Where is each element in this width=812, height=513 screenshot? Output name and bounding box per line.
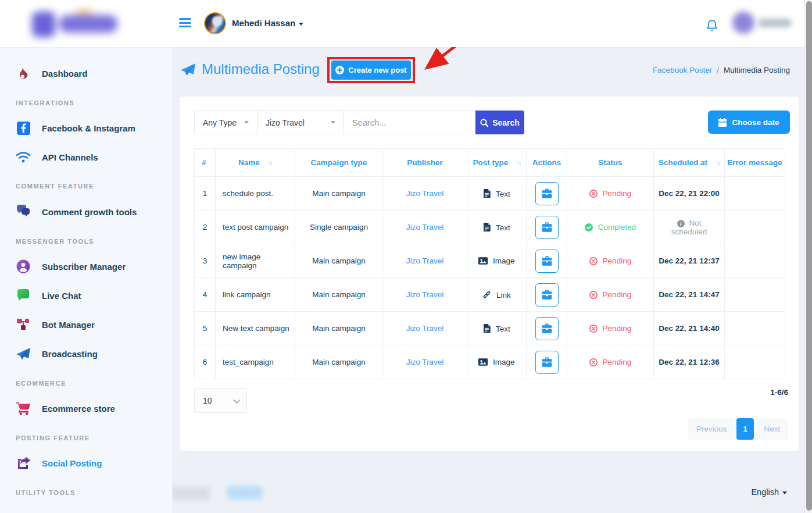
cell-publisher: Jizo Travel [383,177,467,211]
publisher-link[interactable]: Jizo Travel [406,189,444,198]
cell-actions [527,244,567,278]
table-column-header[interactable]: Publisher↑↓ [383,149,467,177]
cell-name: link campaign [216,278,295,312]
publisher-link[interactable]: Jizo Travel [406,223,444,231]
table-column-header[interactable]: #↑↓ [195,149,216,177]
publisher-link[interactable]: Jizo Travel [406,256,444,265]
user-avatar[interactable] [204,12,226,34]
sidebar-item-live-chat[interactable]: Live Chat [0,285,172,306]
pagination-range: 1-6/6 [770,388,788,397]
breadcrumb-facebook-poster[interactable]: Facebook Poster [653,66,712,74]
share-square-icon [16,455,31,471]
menu-toggle-icon[interactable] [179,18,191,28]
sidebar-item-social-posting[interactable]: Social Posting [0,453,172,473]
cell-actions [527,278,567,312]
image-icon [478,257,488,265]
sidebar-item-broadcasting[interactable]: Broadcasting [0,343,172,364]
table-body: 1 schedule post. Main campaign Jizo Trav… [195,177,785,379]
briefcase-icon [542,323,552,333]
sidebar-section-integrations: INTEGRATIONS [16,99,75,108]
facebook-icon [16,120,31,136]
table-column-header[interactable]: Error message↑↓ [725,149,785,177]
sidebar-item-dashboard[interactable]: Dashboard [0,63,172,84]
user-circle-icon [16,259,31,274]
table-row: 2 text post campaign Single campaign Jiz… [195,211,785,244]
briefcase-icon [542,188,552,198]
cell-campaign-type: Main campaign [295,312,383,345]
user-chip-blurred[interactable] [724,5,795,42]
times-circle-icon [589,190,598,198]
cell-name: test_campaign [216,345,295,379]
page-title: Multimedia Posting [180,61,320,77]
cell-campaign-type: Main campaign [295,345,383,379]
campaign-actions-button[interactable] [535,250,559,273]
table-column-header[interactable]: Campaign type↑↓ [295,149,383,177]
sort-icon[interactable]: ↑↓ [516,159,520,166]
table-row: 6 test_campaign Main campaign Jizo Trave… [195,345,785,379]
campaign-actions-button[interactable] [535,351,559,374]
sidebar-item-ecommerce-store[interactable]: Ecommerce store [0,398,172,419]
cell-status: Pending [567,345,654,379]
cell-publisher: Jizo Travel [383,278,467,312]
previous-page-button[interactable]: Previous [688,418,735,440]
sidebar-item-comment-growth-tools[interactable]: Comment growth tools [0,201,172,222]
language-dropdown[interactable]: English [751,487,787,497]
sidebar-item-bot-manager[interactable]: Bot Manager [0,314,172,335]
sidebar-item-partial[interactable] [0,506,172,513]
content-card: Any Type Jizo Travel Search Choose date [180,97,799,451]
table-column-header[interactable]: Post type↑↓ [467,149,527,177]
search-button[interactable]: Search [475,111,524,134]
cell-post-type: Text [467,177,527,211]
next-page-button[interactable]: Next [756,418,788,440]
top-navbar: Mehedi Hassan [0,0,812,47]
image-icon [478,358,488,366]
current-page-button[interactable]: 1 [736,418,754,440]
cell-actions [527,345,567,379]
cell-error-message [725,244,785,278]
cell-status: Pending [567,244,654,278]
cell-name: text post campaign [216,211,295,244]
breadcrumb-current: Multimedia Posting [724,66,790,74]
cell-publisher: Jizo Travel [383,211,467,244]
cell-post-type: Image [467,244,527,278]
publisher-link[interactable]: Jizo Travel [406,290,444,299]
comments-icon [16,204,31,219]
sidebar-item-api-channels[interactable]: API Channels [0,147,172,168]
check-circle-icon [585,223,593,231]
campaign-actions-button[interactable] [535,283,559,307]
footer-blurred-text [171,486,210,500]
post-type-filter-select[interactable]: Any Type [194,111,257,134]
sidebar-item-facebook-instagram[interactable]: Facebook & Instagram [0,117,172,138]
link-icon [482,290,491,299]
chevron-down-icon [299,23,303,26]
times-circle-icon [589,325,598,333]
cell-status: Pending [567,278,654,312]
table-row: 1 schedule post. Main campaign Jizo Trav… [195,177,785,211]
create-new-post-button[interactable]: Create new post [331,60,411,80]
user-menu[interactable]: Mehedi Hassan [232,18,303,28]
notifications-bell-icon[interactable] [706,19,718,32]
table-column-header[interactable]: Name↑↓ [216,149,295,177]
publisher-link[interactable]: Jizo Travel [406,358,444,366]
sort-icon[interactable]: ↑↓ [716,159,720,166]
publisher-filter-select[interactable]: Jizo Travel [257,111,344,134]
campaign-actions-button[interactable] [535,182,559,205]
table-column-header[interactable]: Status↑↓ [567,149,654,177]
publisher-link[interactable]: Jizo Travel [406,324,444,333]
cell-post-type: Text [467,211,527,244]
chevron-down-icon [244,121,249,124]
scrollbar-thumb[interactable] [806,1,812,511]
page-scrollbar[interactable] [804,0,812,513]
search-input[interactable] [344,111,475,134]
sort-icon[interactable]: ↑↓ [268,159,272,166]
page-size-select[interactable]: 10 [194,388,247,413]
campaign-actions-button[interactable] [535,216,559,239]
globe-icon [16,509,31,513]
sidebar-item-subscriber-manager[interactable]: Subscriber Manager [0,256,172,277]
table-column-header[interactable]: Actions↑↓ [527,149,567,177]
choose-date-button[interactable]: Choose date [708,111,790,134]
table-column-header[interactable]: Scheduled at↑↓ [654,149,725,177]
campaign-actions-button[interactable] [535,317,559,340]
table-row: 3 new image campaign Main campaign Jizo … [195,244,785,278]
search-icon [480,119,488,127]
